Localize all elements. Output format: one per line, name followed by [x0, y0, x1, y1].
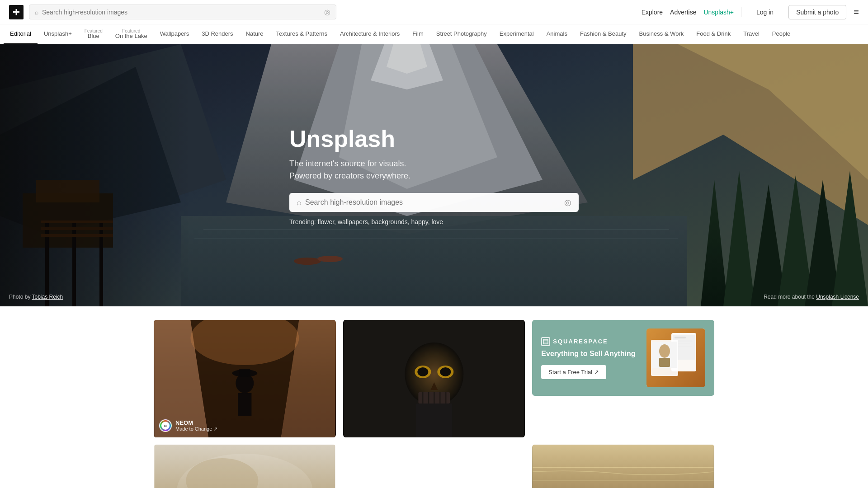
cat-editorial[interactable]: Editorial: [4, 24, 38, 44]
content-area: N NEOM Made to Change ↗: [118, 306, 750, 488]
divider: [741, 7, 741, 17]
trending-wallpapers[interactable]: wallpapers: [338, 218, 368, 225]
logo[interactable]: [9, 5, 24, 19]
cat-fashion[interactable]: Fashion & Beauty: [574, 24, 633, 44]
cat-nature[interactable]: Nature: [240, 24, 270, 44]
cat-featured-blue[interactable]: Featured Blue: [78, 24, 109, 44]
trending-love[interactable]: love: [431, 218, 443, 225]
squarespace-icon: [541, 337, 550, 346]
svg-rect-68: [659, 358, 670, 367]
nav-right: Explore Advertise Unsplash+ Log in Submi…: [642, 5, 859, 19]
cat-food-label: Food & Drink: [696, 30, 731, 37]
cat-lake-label: On the Lake: [115, 33, 147, 39]
trending-flower[interactable]: flower: [318, 218, 335, 225]
cat-people-label: People: [772, 30, 790, 37]
sponsor-mockup-image: [646, 328, 705, 387]
cat-travel-label: Travel: [743, 30, 760, 37]
cat-3d-renders[interactable]: 3D Renders: [195, 24, 239, 44]
category-nav: Editorial Unsplash+ Featured Blue Featur…: [0, 24, 868, 44]
cat-animals[interactable]: Animals: [540, 24, 574, 44]
hamburger-menu[interactable]: ≡: [854, 7, 859, 17]
login-button[interactable]: Log in: [749, 5, 781, 19]
photo-badge-1: N NEOM Made to Change ↗: [159, 419, 217, 432]
cat-food[interactable]: Food & Drink: [690, 24, 737, 44]
badge-info-1: NEOM Made to Change ↗: [175, 419, 217, 432]
hero-title: Unsplash: [289, 125, 579, 152]
sponsor-tagline: Everything to Sell Anything: [541, 350, 639, 358]
top-search-input[interactable]: [42, 9, 321, 16]
sponsor-logo: SQUARESPACE: [541, 337, 639, 346]
cat-animals-label: Animals: [547, 30, 567, 37]
hero-search-bar[interactable]: ⌕ ◎: [289, 193, 579, 212]
badge-avatar-1: N: [159, 419, 172, 432]
cat-unsplash-plus-label: Unsplash+: [44, 30, 72, 37]
cat-featured-lake[interactable]: Featured On the Lake: [109, 24, 154, 44]
cat-travel[interactable]: Travel: [737, 24, 766, 44]
photo-grid: N NEOM Made to Change ↗: [154, 320, 714, 488]
advertise-link[interactable]: Advertise: [670, 9, 696, 16]
squarespace-label: SQUARESPACE: [553, 338, 608, 345]
cat-business-label: Business & Work: [639, 30, 684, 37]
cat-street[interactable]: Street Photography: [430, 24, 493, 44]
sponsor-card[interactable]: SQUARESPACE Everything to Sell Anything …: [532, 320, 714, 396]
squarespace-logo-svg: [543, 339, 548, 344]
nav-left: ⌕ ◎: [9, 5, 642, 19]
logo-icon: [13, 9, 19, 15]
cat-textures-label: Textures & Patterns: [276, 30, 327, 37]
hero-content: Unsplash The internet's source for visua…: [280, 125, 588, 225]
trending-backgrounds[interactable]: backgrounds: [372, 218, 408, 225]
license-info: Read more about the Unsplash License: [764, 294, 859, 300]
cat-editorial-label: Editorial: [10, 30, 31, 37]
top-nav: ⌕ ◎ Explore Advertise Unsplash+ Log in S…: [0, 0, 868, 24]
cat-wallpapers-label: Wallpapers: [160, 30, 189, 37]
cat-film[interactable]: Film: [406, 24, 430, 44]
badge-link-1[interactable]: Made to Change ↗: [175, 426, 217, 432]
photo-card-skull[interactable]: [343, 320, 525, 437]
trending-happy[interactable]: happy: [411, 218, 428, 225]
cat-experimental-label: Experimental: [500, 30, 534, 37]
top-search-bar[interactable]: ⌕ ◎: [29, 5, 336, 19]
lens-icon[interactable]: ◎: [324, 8, 330, 16]
cat-architecture[interactable]: Architecture & Interiors: [334, 24, 406, 44]
hero-search-input[interactable]: [305, 198, 561, 206]
svg-rect-61: [675, 337, 686, 338]
photo-card-1[interactable]: N NEOM Made to Change ↗: [154, 320, 336, 437]
cat-unsplash-plus[interactable]: Unsplash+: [38, 24, 78, 44]
trending-section: Trending: flower, wallpapers, background…: [289, 218, 579, 225]
svg-rect-55: [543, 339, 548, 344]
badge-name-1: NEOM: [175, 419, 217, 426]
cat-people[interactable]: People: [766, 24, 797, 44]
cat-business[interactable]: Business & Work: [633, 24, 690, 44]
sponsor-text: SQUARESPACE Everything to Sell Anything …: [541, 337, 639, 379]
photographer-link[interactable]: Tobias Reich: [32, 294, 63, 300]
cat-experimental[interactable]: Experimental: [493, 24, 540, 44]
photo-credit: Photo by Tobias Reich: [9, 294, 63, 300]
cat-wallpapers[interactable]: Wallpapers: [154, 24, 196, 44]
cat-street-label: Street Photography: [436, 30, 487, 37]
cat-3d-label: 3D Renders: [202, 30, 233, 37]
photo-card-water[interactable]: [532, 445, 714, 488]
search-icon: ⌕: [35, 9, 38, 16]
photo-card-4[interactable]: [154, 445, 336, 488]
cat-nature-label: Nature: [246, 30, 264, 37]
trending-label: Trending:: [289, 218, 316, 225]
cat-blue-label: Blue: [88, 33, 99, 39]
sponsor-cta-button[interactable]: Start a Free Trial ↗: [541, 365, 606, 379]
badge-sub-1: Made to Change ↗: [175, 426, 217, 432]
cat-fashion-label: Fashion & Beauty: [580, 30, 627, 37]
explore-link[interactable]: Explore: [642, 9, 663, 16]
spacer-col2: [343, 445, 525, 488]
sponsor-device-mockup: [646, 328, 705, 387]
cat-textures[interactable]: Textures & Patterns: [270, 24, 334, 44]
hero-subtitle: The internet's source for visuals. Power…: [289, 158, 579, 182]
svg-point-67: [659, 344, 670, 358]
license-link[interactable]: Unsplash License: [816, 294, 859, 300]
sponsor-content-area: SQUARESPACE Everything to Sell Anything …: [532, 320, 714, 396]
hero-section: Unsplash The internet's source for visua…: [0, 44, 868, 306]
unsplash-plus-link[interactable]: Unsplash+: [703, 9, 734, 16]
submit-photo-button[interactable]: Submit a photo: [788, 5, 846, 19]
hero-lens-icon[interactable]: ◎: [564, 197, 571, 207]
cat-film-label: Film: [412, 30, 424, 37]
hero-search-icon: ⌕: [297, 198, 302, 207]
cat-architecture-label: Architecture & Interiors: [340, 30, 400, 37]
